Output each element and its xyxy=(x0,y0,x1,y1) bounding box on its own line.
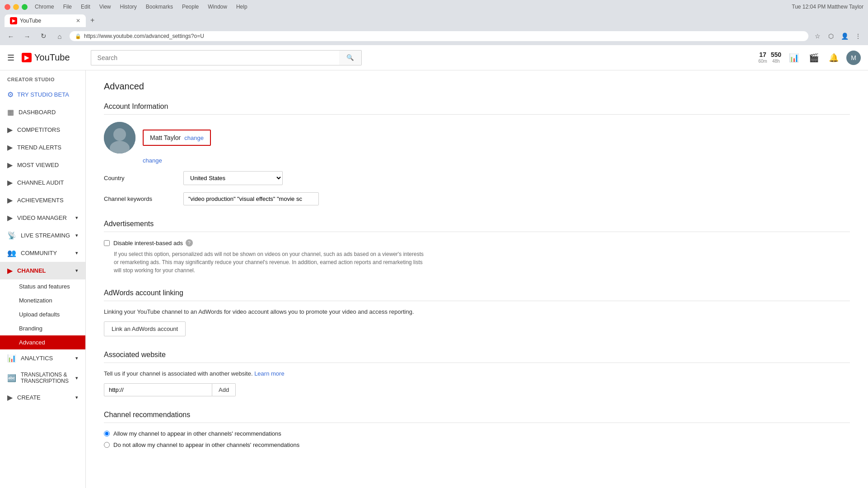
sidebar-label-channel: CHANNEL xyxy=(17,267,46,274)
dashboard-icon: ▦ xyxy=(7,108,14,116)
sidebar-item-achievements[interactable]: ▶ ACHIEVEMENTS xyxy=(0,191,85,209)
deny-recommendations-radio[interactable] xyxy=(104,442,110,448)
stat-label-2: 48h xyxy=(771,59,781,64)
browser-tab-bar: ▶ YouTube ✕ + xyxy=(0,14,868,27)
sidebar-label-analytics: ANALYTICS xyxy=(21,355,53,362)
user-profile-icon[interactable]: 👤 xyxy=(839,31,850,42)
learn-more-link[interactable]: Learn more xyxy=(254,370,284,377)
account-info-title: Account Information xyxy=(104,102,850,115)
deny-recommendations-label[interactable]: Do not allow my channel to appear in oth… xyxy=(113,442,299,448)
back-button[interactable]: ← xyxy=(5,30,17,42)
sidebar-item-channel[interactable]: ▶ CHANNEL ▾ xyxy=(0,262,85,279)
sidebar-item-dashboard[interactable]: ▦ DASHBOARD xyxy=(0,103,85,121)
account-info-section: Account Information Matt Taylor change c… xyxy=(104,102,850,205)
sidebar-item-create[interactable]: ▶ CREATE ▾ xyxy=(0,389,85,406)
sidebar-item-video-manager[interactable]: ▶ VIDEO MANAGER ▾ xyxy=(0,209,85,227)
sidebar-label-community: COMMUNITY xyxy=(21,250,57,256)
advertisements-section: Advertisements Disable interest-based ad… xyxy=(104,220,850,274)
sidebar-sub-status-features[interactable]: Status and features xyxy=(0,279,85,293)
change-photo-link[interactable]: change xyxy=(143,157,850,164)
browser-menu-view[interactable]: View xyxy=(99,4,111,10)
youtube-logo[interactable]: ▶ YouTube xyxy=(22,52,70,63)
analytics-chart-icon[interactable]: 📊 xyxy=(787,51,801,65)
browser-menu-help[interactable]: Help xyxy=(236,4,247,10)
translations-arrow: ▾ xyxy=(75,375,78,381)
browser-menu-edit[interactable]: Edit xyxy=(81,4,90,10)
bookmark-star-icon[interactable]: ☆ xyxy=(812,31,823,42)
url-input[interactable] xyxy=(84,33,803,39)
sidebar-label-live-streaming: LIVE STREAMING xyxy=(21,232,70,239)
home-button[interactable]: ⌂ xyxy=(53,30,66,42)
tab-close-button[interactable]: ✕ xyxy=(76,18,80,24)
upload-video-icon[interactable]: 🎬 xyxy=(807,51,821,65)
refresh-button[interactable]: ↻ xyxy=(37,30,50,42)
new-tab-button[interactable]: + xyxy=(86,14,99,27)
community-arrow: ▾ xyxy=(75,250,78,256)
country-row: Country United States xyxy=(104,171,850,185)
sidebar-sub-branding[interactable]: Branding xyxy=(0,321,85,335)
try-studio-beta-item[interactable]: ⚙ TRY STUDIO BETA xyxy=(0,86,85,103)
adwords-section: AdWords account linking Linking your You… xyxy=(104,289,850,336)
overflow-menu-icon[interactable]: ⋮ xyxy=(853,31,863,42)
forward-button[interactable]: → xyxy=(21,30,33,42)
notifications-icon[interactable]: 🔔 xyxy=(826,51,841,65)
disable-ads-desc: If you select this option, personalized … xyxy=(114,250,430,274)
allow-recommendations-label[interactable]: Allow my channel to appear in other chan… xyxy=(113,430,281,437)
browser-tab[interactable]: ▶ YouTube ✕ xyxy=(5,14,86,27)
extension-icon[interactable]: ⬡ xyxy=(826,31,836,42)
hamburger-menu[interactable]: ☰ xyxy=(7,53,14,63)
create-icon: ▶ xyxy=(7,393,13,402)
sidebar-label-translations: TRANSLATIONS & TRANSCRIPTIONS xyxy=(21,372,71,384)
link-adwords-button[interactable]: Link an AdWords account xyxy=(104,321,186,336)
website-url-input[interactable] xyxy=(104,383,212,396)
browser-menu-history[interactable]: History xyxy=(120,4,137,10)
country-label: Country xyxy=(104,175,176,181)
most-viewed-icon: ▶ xyxy=(7,161,13,169)
disable-ads-checkbox[interactable] xyxy=(104,240,110,246)
user-avatar[interactable]: M xyxy=(846,51,861,65)
search-button[interactable]: 🔍 xyxy=(339,50,362,65)
studio-beta-icon: ⚙ xyxy=(7,90,14,99)
address-bar[interactable]: 🔒 xyxy=(70,31,808,41)
recommendations-title: Channel recommendations xyxy=(104,411,850,423)
trend-alerts-icon: ▶ xyxy=(7,143,13,152)
sidebar-sub-monetization[interactable]: Monetization xyxy=(0,293,85,307)
sidebar-label-channel-audit: CHANNEL AUDIT xyxy=(17,179,64,186)
lock-icon: 🔒 xyxy=(75,33,81,39)
sidebar-sub-upload-defaults[interactable]: Upload defaults xyxy=(0,307,85,321)
community-icon: 👥 xyxy=(7,249,16,257)
analytics-icon: 📊 xyxy=(7,354,16,363)
sidebar-item-analytics[interactable]: 📊 ANALYTICS ▾ xyxy=(0,349,85,367)
translations-icon: 🔤 xyxy=(7,374,16,382)
website-title: Associated website xyxy=(104,351,850,363)
sidebar-item-community[interactable]: 👥 COMMUNITY ▾ xyxy=(0,244,85,262)
country-select[interactable]: United States xyxy=(183,171,283,185)
sidebar-item-trend-alerts[interactable]: ▶ TREND ALERTS xyxy=(0,139,85,156)
browser-menu-bookmarks[interactable]: Bookmarks xyxy=(146,4,173,10)
change-name-link[interactable]: change xyxy=(184,135,204,141)
add-website-button[interactable]: Add xyxy=(212,383,236,396)
sidebar-label-competitors: COMPETITORS xyxy=(17,126,60,133)
browser-menu-file[interactable]: File xyxy=(63,4,72,10)
sidebar-item-most-viewed[interactable]: ▶ MOST VIEWED xyxy=(0,156,85,174)
sidebar-item-live-streaming[interactable]: 📡 LIVE STREAMING ▾ xyxy=(0,227,85,244)
keywords-input[interactable] xyxy=(183,192,319,205)
browser-menu-window[interactable]: Window xyxy=(208,4,227,10)
minimize-traffic-light[interactable] xyxy=(13,4,19,10)
disable-ads-label[interactable]: Disable interest-based ads ? xyxy=(113,239,193,246)
sidebar-item-competitors[interactable]: ▶ COMPETITORS xyxy=(0,121,85,139)
header-right: 17 60m 550 48h 📊 🎬 🔔 M xyxy=(758,51,861,65)
help-icon[interactable]: ? xyxy=(186,239,193,246)
stat-value-1: 17 xyxy=(758,51,767,59)
maximize-traffic-light[interactable] xyxy=(22,4,28,10)
sidebar-sub-advanced[interactable]: Advanced xyxy=(0,335,85,349)
sidebar-item-channel-audit[interactable]: ▶ CHANNEL AUDIT xyxy=(0,174,85,191)
search-input[interactable] xyxy=(91,50,339,65)
url-row: Add xyxy=(104,383,850,396)
website-section: Associated website Tell us if your chann… xyxy=(104,351,850,396)
browser-menu-people[interactable]: People xyxy=(182,4,199,10)
video-manager-icon: ▶ xyxy=(7,214,13,222)
close-traffic-light[interactable] xyxy=(5,4,10,10)
allow-recommendations-radio[interactable] xyxy=(104,431,110,437)
sidebar-item-translations[interactable]: 🔤 TRANSLATIONS & TRANSCRIPTIONS ▾ xyxy=(0,367,85,389)
